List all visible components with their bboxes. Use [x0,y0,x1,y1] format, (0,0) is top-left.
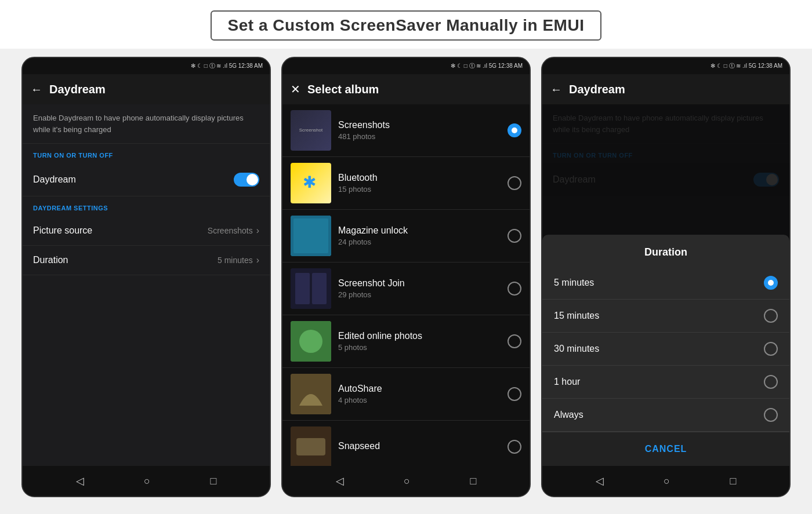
radio-snapseed[interactable] [507,440,521,454]
phone1-daydream-toggle[interactable] [234,173,259,187]
album-item-snapseed[interactable]: Snapseed [282,421,530,466]
album-name-snapseed: Snapseed [338,441,501,451]
duration-label-15min: 15 minutes [554,311,764,321]
phone3-top-bar: ← Daydream [542,74,789,104]
duration-label-5min: 5 minutes [554,278,764,288]
phone1-picture-source-label: Picture source [33,225,208,236]
album-count-bluetooth: 15 photos [338,185,501,194]
phone1-duration-label: Duration [33,255,217,265]
phone3: ✻ ☾ □ ⓣ ≋ .ıl 5G 12:38 AM ← Daydream Ena… [541,57,791,497]
phone2: ✻ ☾ □ ⓣ ≋ .ıl 5G 12:38 AM ✕ Select album… [281,57,531,497]
duration-option-1hour[interactable]: 1 hour [542,366,789,399]
radio-autoshare[interactable] [507,387,521,401]
phone1-status-icons: ✻ ☾ □ ⓣ ≋ .ıl 5G 12:38 AM [191,62,263,70]
duration-option-15min[interactable]: 15 minutes [542,300,789,333]
album-name-magazine: Magazine unlock [338,225,501,236]
radio-screenshot-join[interactable] [507,282,521,296]
phone3-home-nav-icon[interactable]: ○ [664,475,670,487]
album-count-edited: 5 photos [338,343,501,352]
phone1-top-bar: ← Daydream [23,74,270,104]
radio-edited[interactable] [507,334,521,348]
phone1-picture-source-row[interactable]: Picture source Screenshots › [23,216,270,246]
duration-label-30min: 30 minutes [554,344,764,354]
album-thumb-autoshare [291,374,331,414]
cancel-button[interactable]: CANCEL [542,432,789,466]
phone1-toggle-knob [246,174,258,185]
phone2-close-icon[interactable]: ✕ [291,82,300,96]
phone1-duration-row[interactable]: Duration 5 minutes › [23,246,270,275]
page-title-container: Set a Custom ScreenSaver Manually in EMU… [0,0,812,49]
phone1-section-settings: DAYDREAM SETTINGS [23,196,270,216]
duration-option-5min[interactable]: 5 minutes [542,267,789,300]
page-title: Set a Custom ScreenSaver Manually in EMU… [228,16,585,34]
radio-always[interactable] [764,408,778,422]
album-name-screenshot-join: Screenshot Join [338,278,501,289]
album-item-edited[interactable]: Edited online photos 5 photos [282,315,530,368]
phone3-recent-nav-icon[interactable]: □ [730,475,736,487]
duration-option-30min[interactable]: 30 minutes [542,333,789,366]
phone1-duration-chevron: › [256,255,259,265]
svg-text:✱: ✱ [303,173,316,191]
phones-row: ✻ ☾ □ ⓣ ≋ .ıl 5G 12:38 AM ← Daydream Ena… [10,49,802,514]
phone1-picture-source-chevron: › [256,225,259,236]
album-item-bluetooth[interactable]: ✱ Bluetooth 15 photos [282,157,530,210]
phone1-duration-value: 5 minutes [217,256,253,265]
phone1-daydream-row[interactable]: Daydream [23,163,270,196]
album-item-screenshot-join[interactable]: Screenshot Join 29 photos [282,263,530,315]
phone3-content: Enable Daydream to have phone automatica… [542,104,789,466]
duration-option-always[interactable]: Always [542,399,789,432]
album-name-edited: Edited online photos [338,331,501,341]
phone2-nav-bar: ◁ ○ □ [282,466,530,496]
phone3-status-bar: ✻ ☾ □ ⓣ ≋ .ıl 5G 12:38 AM [542,58,789,74]
album-count-screenshots: 481 photos [338,132,501,141]
phone2-recent-nav-icon[interactable]: □ [470,475,476,487]
album-count-magazine: 24 photos [338,238,501,246]
album-info-screenshot-join: Screenshot Join 29 photos [338,278,501,299]
duration-dialog-title: Duration [542,235,789,267]
album-item-magazine[interactable]: Magazine unlock 24 photos [282,210,530,263]
album-thumb-snapseed [291,426,331,466]
svg-rect-5 [312,273,327,304]
album-count-screenshot-join: 29 photos [338,290,501,299]
phone3-back-nav-icon[interactable]: ◁ [596,475,604,487]
page-title-box: Set a Custom ScreenSaver Manually in EMU… [211,10,602,41]
phone2-back-nav-icon[interactable]: ◁ [336,475,344,487]
radio-1hour[interactable] [764,375,778,389]
phone3-back-icon[interactable]: ← [550,83,562,96]
album-info-snapseed: Snapseed [338,441,501,453]
album-info-edited: Edited online photos 5 photos [338,331,501,352]
phone1-picture-source-value: Screenshots [208,226,253,235]
phone1-description: Enable Daydream to have phone automatica… [23,104,270,144]
album-thumb-bluetooth: ✱ [291,163,331,203]
phone1-recent-nav-icon[interactable]: □ [210,475,216,487]
phone3-dialog-overlay: Duration 5 minutes 15 minutes 30 minutes [542,104,789,466]
radio-bluetooth[interactable] [507,176,521,190]
phone2-album-list: Screenshot Screenshots 481 photos ✱ Blue… [282,104,530,466]
svg-rect-4 [295,273,310,304]
album-thumb-screenshot-join [291,268,331,309]
radio-15min[interactable] [764,309,778,323]
radio-magazine[interactable] [507,229,521,243]
phone1-back-icon[interactable]: ← [31,83,42,96]
phone3-nav-bar: ◁ ○ □ [542,466,789,496]
radio-5min[interactable] [764,276,778,290]
radio-30min[interactable] [764,342,778,356]
album-item-autoshare[interactable]: AutoShare 4 photos [282,368,530,421]
album-info-bluetooth: Bluetooth 15 photos [338,173,501,194]
phone1-back-nav-icon[interactable]: ◁ [76,475,84,487]
album-info-autoshare: AutoShare 4 photos [338,384,501,404]
phone2-title: Select album [307,83,521,96]
phone2-home-nav-icon[interactable]: ○ [404,475,410,487]
album-thumb-edited [291,321,331,362]
phone1-title: Daydream [49,83,262,96]
phone2-status-icons: ✻ ☾ □ ⓣ ≋ .ıl 5G 12:38 AM [451,62,523,70]
svg-rect-2 [293,218,328,253]
phone1-home-nav-icon[interactable]: ○ [144,475,150,487]
radio-screenshots[interactable] [507,123,521,137]
phone1-section-turn-on: TURN ON OR TURN OFF [23,144,270,163]
duration-dialog: Duration 5 minutes 15 minutes 30 minutes [542,235,789,466]
album-name-screenshots: Screenshots [338,120,501,130]
phone1-content: Enable Daydream to have phone automatica… [23,104,270,466]
album-item-screenshots[interactable]: Screenshot Screenshots 481 photos [282,104,530,157]
duration-label-1hour: 1 hour [554,377,764,387]
